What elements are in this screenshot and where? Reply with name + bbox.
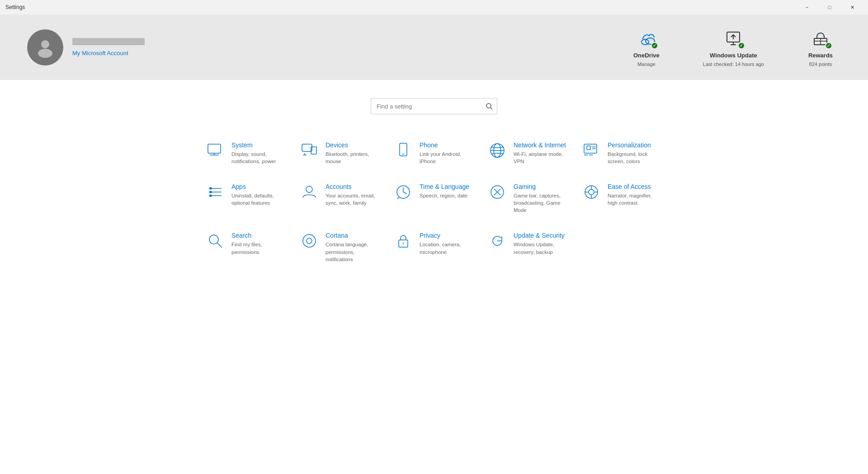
personalization-icon: [582, 141, 600, 160]
onedrive-desc: Manage: [637, 61, 656, 67]
svg-rect-25: [587, 146, 590, 150]
setting-name-phone: Phone: [420, 141, 474, 149]
devices-icon: [300, 141, 318, 160]
setting-item-search[interactable]: Search Find my files, permissions: [199, 223, 293, 272]
minimize-button[interactable]: −: [797, 0, 817, 14]
windows-update-status-badge: [738, 42, 745, 49]
setting-name-search: Search: [231, 232, 286, 239]
accounts-icon: [300, 183, 318, 201]
svg-point-1: [38, 49, 52, 58]
windows-update-service[interactable]: Windows Update Last checked: 14 hours ag…: [703, 28, 764, 67]
svg-rect-15: [302, 144, 312, 151]
setting-desc-apps: Uninstall, defaults, optional features: [231, 192, 286, 206]
search-icon: [206, 232, 224, 250]
window-controls: − □ ✕: [797, 0, 863, 14]
title-bar: Settings − □ ✕: [0, 0, 868, 14]
setting-item-accounts[interactable]: Accounts Your accounts, email, sync, wor…: [293, 174, 387, 223]
search-button[interactable]: [481, 98, 497, 114]
onedrive-name: OneDrive: [633, 52, 660, 59]
rewards-service[interactable]: Rewards 824 points: [800, 28, 841, 67]
rewards-name: Rewards: [808, 52, 833, 59]
avatar: [27, 29, 63, 66]
settings-grid: System Display, sound, notifications, po…: [118, 128, 750, 290]
close-button[interactable]: ✕: [842, 0, 863, 14]
search-icon: [486, 103, 493, 110]
setting-name-time: Time & Language: [420, 183, 474, 190]
windows-update-name: Windows Update: [710, 52, 757, 59]
setting-desc-privacy: Location, camera, microphone: [420, 241, 474, 255]
svg-line-39: [403, 192, 407, 194]
svg-point-34: [210, 191, 212, 193]
svg-point-33: [210, 188, 212, 189]
svg-point-36: [306, 186, 312, 192]
setting-desc-personalization: Background, lock screen, colors: [608, 150, 662, 165]
search-bar: [371, 98, 497, 114]
setting-name-privacy: Privacy: [420, 232, 474, 239]
setting-name-gaming: Gaming: [514, 183, 568, 190]
apps-icon: [206, 183, 224, 201]
phone-icon: [394, 141, 412, 160]
setting-desc-gaming: Game bar, captures, broadcasting, Game M…: [514, 192, 568, 214]
rewards-desc: 824 points: [809, 61, 832, 67]
header: My Microsoft Account OneDrive Manage: [0, 14, 868, 80]
setting-name-personalization: Personalization: [608, 141, 662, 149]
user-info: My Microsoft Account: [27, 29, 145, 66]
maximize-button[interactable]: □: [819, 0, 840, 14]
system-icon: [206, 141, 224, 160]
svg-point-50: [209, 235, 218, 244]
gaming-icon: [488, 183, 506, 201]
setting-item-phone[interactable]: Phone Link your Android, iPhone: [387, 132, 481, 174]
search-input[interactable]: [371, 98, 497, 114]
rewards-icon-wrap: [810, 28, 831, 49]
setting-name-ease: Ease of Access: [608, 183, 662, 190]
setting-name-accounts: Accounts: [326, 183, 380, 190]
setting-item-apps[interactable]: Apps Uninstall, defaults, optional featu…: [199, 174, 293, 223]
setting-desc-phone: Link your Android, iPhone: [420, 150, 474, 165]
header-services: OneDrive Manage Windows Update Last chec…: [626, 28, 841, 67]
user-name-blurred: [72, 38, 145, 45]
svg-point-53: [307, 238, 312, 244]
onedrive-status-badge: [651, 42, 658, 49]
setting-item-privacy[interactable]: Privacy Location, camera, microphone: [387, 223, 481, 272]
setting-desc-search: Find my files, permissions: [231, 241, 286, 255]
setting-item-ease[interactable]: Ease of Access Narrator, magnifier, high…: [575, 174, 669, 223]
network-icon: [488, 141, 506, 160]
onedrive-icon-wrap: [636, 28, 657, 49]
setting-name-network: Network & Internet: [514, 141, 568, 149]
svg-point-3: [642, 39, 649, 45]
svg-text:A: A: [397, 196, 400, 200]
setting-name-update: Update & Security: [514, 232, 568, 239]
setting-desc-update: Windows Update, recovery, backup: [514, 241, 568, 255]
setting-item-gaming[interactable]: Gaming Game bar, captures, broadcasting,…: [481, 174, 575, 223]
setting-desc-network: Wi-Fi, airplane mode, VPN: [514, 150, 568, 165]
ease-icon: [582, 183, 600, 201]
svg-rect-12: [208, 144, 221, 153]
main-content: System Display, sound, notifications, po…: [0, 80, 868, 474]
svg-point-45: [589, 189, 594, 195]
setting-item-update[interactable]: Update & Security Windows Update, recove…: [481, 223, 575, 272]
setting-item-cortana[interactable]: Cortana Cortana language, permissions, n…: [293, 223, 387, 272]
user-details: My Microsoft Account: [72, 38, 145, 57]
setting-desc-time: Speech, region, date: [420, 192, 474, 199]
setting-item-personalization[interactable]: Personalization Background, lock screen,…: [575, 132, 669, 174]
onedrive-service[interactable]: OneDrive Manage: [626, 28, 667, 67]
setting-name-cortana: Cortana: [326, 232, 380, 239]
setting-item-time[interactable]: A Time & Language Speech, region, date: [387, 174, 481, 223]
windows-update-desc: Last checked: 14 hours ago: [703, 61, 764, 67]
setting-desc-accounts: Your accounts, email, sync, work, family: [326, 192, 380, 206]
setting-item-network[interactable]: Network & Internet Wi-Fi, airplane mode,…: [481, 132, 575, 174]
search-bar-wrap: [0, 80, 868, 128]
svg-point-35: [210, 195, 212, 197]
setting-item-system[interactable]: System Display, sound, notifications, po…: [199, 132, 293, 174]
rewards-status-badge: [825, 42, 832, 49]
setting-desc-system: Display, sound, notifications, power: [231, 150, 286, 165]
setting-desc-devices: Bluetooth, printers, mouse: [326, 150, 380, 165]
setting-name-system: System: [231, 141, 286, 149]
svg-point-0: [41, 40, 49, 48]
setting-item-devices[interactable]: Devices Bluetooth, printers, mouse: [293, 132, 387, 174]
svg-line-51: [217, 243, 222, 248]
app-title: Settings: [5, 4, 797, 10]
microsoft-account-link[interactable]: My Microsoft Account: [72, 50, 128, 56]
svg-point-52: [303, 235, 316, 247]
setting-name-apps: Apps: [231, 183, 286, 190]
